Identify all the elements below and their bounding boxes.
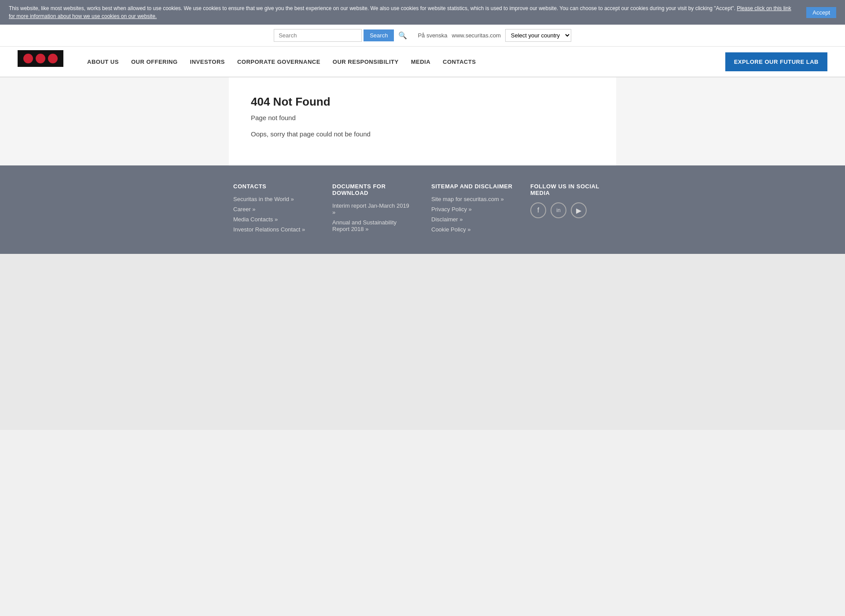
social-icons: f in ▶	[530, 202, 612, 218]
cookie-banner: This website, like most websites, works …	[0, 0, 845, 25]
footer-investor-relations-link[interactable]: Investor Relations Contact »	[233, 226, 315, 233]
footer-social-heading: FOLLOW US IN SOCIAL MEDIA	[530, 183, 612, 196]
footer-disclaimer-link[interactable]: Disclaimer »	[431, 216, 513, 223]
below-footer	[0, 254, 845, 430]
footer-interim-report-link[interactable]: Interim report Jan-March 2019 »	[332, 202, 414, 216]
error-title: 404 Not Found	[251, 95, 594, 109]
footer-sitemap-heading: SITEMAP AND DISCLAIMER	[431, 183, 513, 190]
top-bar-links: På svenska www.securitas.com Select your…	[418, 29, 571, 42]
footer-annual-report-link[interactable]: Annual and Sustainability Report 2018 »	[332, 219, 414, 232]
main-content: 404 Not Found Page not found Oops, sorry…	[0, 77, 845, 165]
footer-contacts-col: CONTACTS Securitas in the World » Career…	[233, 183, 315, 236]
top-bar: Search 🔍 På svenska www.securitas.com Se…	[0, 25, 845, 47]
youtube-icon[interactable]: ▶	[571, 202, 587, 218]
search-button[interactable]: Search	[364, 29, 394, 41]
footer-social-col: FOLLOW US IN SOCIAL MEDIA f in ▶	[530, 183, 612, 236]
logo-box	[18, 50, 63, 67]
search-input[interactable]	[274, 29, 362, 42]
linkedin-icon[interactable]: in	[551, 202, 566, 218]
search-form: Search 🔍	[274, 29, 410, 42]
nav-links: ABOUT US OUR OFFERING INVESTORS CORPORAT…	[81, 46, 725, 77]
nav-our-offering[interactable]: OUR OFFERING	[125, 46, 184, 77]
footer-media-contacts-link[interactable]: Media Contacts »	[233, 216, 315, 223]
main-nav: SECURITAS ABOUT US OUR OFFERING INVESTOR…	[0, 47, 845, 77]
footer: CONTACTS Securitas in the World » Career…	[0, 165, 845, 254]
logo-circle-3	[48, 54, 58, 63]
footer-sitemap-col: SITEMAP AND DISCLAIMER Site map for secu…	[431, 183, 513, 236]
footer-contacts-heading: CONTACTS	[233, 183, 315, 190]
logo-container[interactable]: SECURITAS	[18, 50, 63, 73]
website-link[interactable]: www.securitas.com	[452, 32, 501, 39]
sorry-text: Oops, sorry that page could not be found	[251, 130, 594, 138]
logo-circle-1	[23, 54, 33, 63]
footer-cookie-policy-link[interactable]: Cookie Policy »	[431, 226, 513, 233]
nav-contacts[interactable]: CONTACTS	[437, 46, 482, 77]
search-icon-button[interactable]: 🔍	[396, 29, 410, 41]
logo-circle-2	[36, 54, 45, 63]
nav-about-us[interactable]: ABOUT US	[81, 46, 125, 77]
footer-documents-heading: DOCUMENTS FOR DOWNLOAD	[332, 183, 414, 196]
content-wrapper: 404 Not Found Page not found Oops, sorry…	[229, 77, 616, 165]
footer-securitas-world-link[interactable]: Securitas in the World »	[233, 196, 315, 202]
cookie-message: This website, like most websites, works …	[9, 4, 797, 20]
footer-inner: CONTACTS Securitas in the World » Career…	[224, 183, 621, 236]
footer-privacy-policy-link[interactable]: Privacy Policy »	[431, 206, 513, 213]
cookie-accept-button[interactable]: Accept	[806, 7, 836, 18]
footer-sitemap-link[interactable]: Site map for securitas.com »	[431, 196, 513, 202]
svenska-link[interactable]: På svenska	[418, 32, 447, 39]
facebook-icon[interactable]: f	[530, 202, 546, 218]
explore-future-lab-button[interactable]: EXPLORE OUR FUTURE LAB	[725, 52, 827, 71]
nav-media[interactable]: MEDIA	[405, 46, 437, 77]
logo-text: SECURITAS	[18, 69, 63, 73]
nav-corporate-governance[interactable]: CORPORATE GOVERNANCE	[231, 46, 327, 77]
page-not-found-text: Page not found	[251, 114, 594, 121]
nav-investors[interactable]: INVESTORS	[184, 46, 231, 77]
nav-our-responsibility[interactable]: OUR RESPONSIBILITY	[327, 46, 405, 77]
footer-documents-col: DOCUMENTS FOR DOWNLOAD Interim report Ja…	[332, 183, 414, 236]
footer-career-link[interactable]: Career »	[233, 206, 315, 213]
country-select[interactable]: Select your country	[505, 29, 571, 42]
